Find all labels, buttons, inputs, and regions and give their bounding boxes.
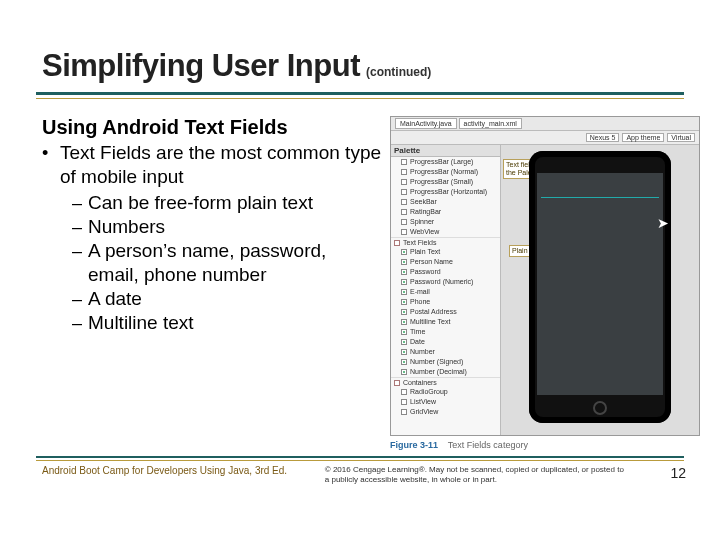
ide-tabbar: MainActivity.java activity_main.xml (391, 117, 699, 131)
palette-item[interactable]: Postal Address (391, 307, 500, 317)
palette-item-label: ProgressBar (Horizontal) (410, 187, 487, 197)
palette-item[interactable]: Password (Numeric) (391, 277, 500, 287)
palette-item-label: SeekBar (410, 197, 437, 207)
page-number: 12 (670, 465, 686, 481)
continued-label: (continued) (366, 65, 431, 79)
cursor-icon: ➤ (657, 215, 669, 231)
palette-group-textfields[interactable]: Text Fields (391, 237, 500, 247)
palette-item[interactable]: ProgressBar (Normal) (391, 167, 500, 177)
palette-item-label: Password (Numeric) (410, 277, 473, 287)
palette-item-label: ListView (410, 397, 436, 407)
source-label: Android Boot Camp for Developers Using J… (42, 465, 287, 476)
palette-item-label: Number (Signed) (410, 357, 463, 367)
palette-title: Palette (391, 145, 500, 157)
palette-item-label: RatingBar (410, 207, 441, 217)
ide-tab[interactable]: activity_main.xml (459, 118, 522, 129)
subbullet-text: Multiline text (88, 311, 194, 335)
palette-item-label: Plain Text (410, 247, 440, 257)
palette-item-label: Number (410, 347, 435, 357)
palette-item[interactable]: WebView (391, 227, 500, 237)
palette-item-label: Phone (410, 297, 430, 307)
subbullet-text: A date (88, 287, 142, 311)
palette-item[interactable]: RatingBar (391, 207, 500, 217)
palette-item[interactable]: SeekBar (391, 197, 500, 207)
subbullet: –Can be free-form plain text (72, 191, 382, 215)
palette-item-label: Number (Decimal) (410, 367, 467, 377)
palette-item-label: ProgressBar (Large) (410, 157, 473, 167)
text-input-line[interactable] (541, 197, 659, 198)
palette-item[interactable]: Number (Signed) (391, 357, 500, 367)
palette-item[interactable]: Time (391, 327, 500, 337)
palette-group-label: Containers (403, 379, 437, 386)
ide-toolbar: Nexus 5 App theme Virtual (391, 131, 699, 145)
subbullet: –Multiline text (72, 311, 382, 335)
palette-item-label: Time (410, 327, 425, 337)
subbullet: –A date (72, 287, 382, 311)
subbullet-text: Numbers (88, 215, 165, 239)
subbullet-text: Can be free-form plain text (88, 191, 313, 215)
palette-item-label: E-mail (410, 287, 430, 297)
copyright-text: © 2016 Cengage Learning®. May not be sca… (325, 465, 625, 485)
palette-item[interactable]: Plain Text (391, 247, 500, 257)
palette-item-label: ProgressBar (Small) (410, 177, 473, 187)
section-subhead: Using Android Text Fields (42, 116, 382, 139)
palette-item-label: Password (410, 267, 441, 277)
home-button-icon (593, 401, 607, 415)
figure-caption: Figure 3-11 Text Fields category (390, 440, 710, 450)
bullet-main: • Text Fields are the most common type o… (42, 141, 382, 189)
palette-item[interactable]: Phone (391, 297, 500, 307)
device-picker[interactable]: Nexus 5 (586, 133, 620, 142)
layout-preview: Text fields category in the Palette Plai… (501, 145, 699, 435)
ide-screenshot: MainActivity.java activity_main.xml Nexu… (390, 116, 700, 436)
palette-item[interactable]: Number (391, 347, 500, 357)
palette-item[interactable]: Password (391, 267, 500, 277)
palette-item-label: Spinner (410, 217, 434, 227)
ide-tab[interactable]: MainActivity.java (395, 118, 457, 129)
palette-item[interactable]: ListView (391, 397, 500, 407)
subbullet-text: A person’s name, password, email, phone … (88, 239, 382, 287)
title-divider (36, 92, 684, 102)
palette-item-label: Postal Address (410, 307, 457, 317)
palette-item[interactable]: ProgressBar (Horizontal) (391, 187, 500, 197)
palette-item[interactable]: RadioGroup (391, 387, 500, 397)
bullet-main-text: Text Fields are the most common type of … (60, 141, 382, 189)
palette-item-label: RadioGroup (410, 387, 448, 397)
palette-item-label: ProgressBar (Normal) (410, 167, 478, 177)
page-title: Simplifying User Input (42, 48, 360, 84)
subbullet: –Numbers (72, 215, 382, 239)
phone-screen (537, 173, 663, 395)
palette-item[interactable]: Person Name (391, 257, 500, 267)
palette-item[interactable]: Date (391, 337, 500, 347)
palette-panel: Palette ProgressBar (Large) ProgressBar … (391, 145, 501, 435)
mode-picker[interactable]: Virtual (667, 133, 695, 142)
palette-item[interactable]: Multiline Text (391, 317, 500, 327)
palette-item[interactable]: Spinner (391, 217, 500, 227)
subbullet: –A person’s name, password, email, phone… (72, 239, 382, 287)
palette-group-label: Text Fields (403, 239, 436, 246)
figure-number: Figure 3-11 (390, 440, 438, 450)
palette-item[interactable]: Number (Decimal) (391, 367, 500, 377)
palette-item-label: Date (410, 337, 425, 347)
figure-label: Text Fields category (448, 440, 528, 450)
palette-group-containers[interactable]: Containers (391, 377, 500, 387)
palette-item[interactable]: ProgressBar (Large) (391, 157, 500, 167)
palette-item-label: WebView (410, 227, 439, 237)
phone-mockup: Medical Calculator (529, 151, 671, 423)
theme-picker[interactable]: App theme (622, 133, 664, 142)
palette-item[interactable]: E-mail (391, 287, 500, 297)
palette-item-label: Person Name (410, 257, 453, 267)
palette-item-label: Multiline Text (410, 317, 450, 327)
palette-item[interactable]: GridView (391, 407, 500, 417)
palette-item[interactable]: ProgressBar (Small) (391, 177, 500, 187)
palette-item-label: GridView (410, 407, 438, 417)
